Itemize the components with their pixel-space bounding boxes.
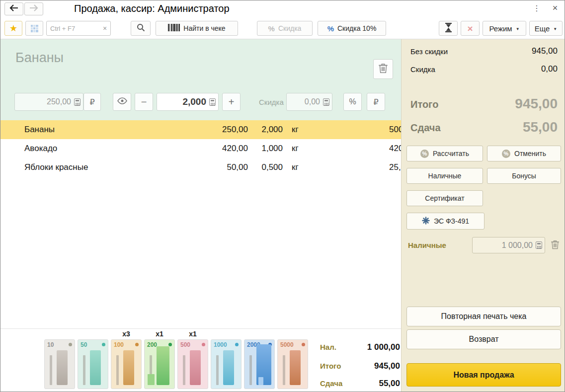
cancel-calc-label: Отменить: [514, 150, 546, 157]
note-dot: [135, 343, 139, 346]
change-row: Сдача 55,00: [314, 379, 400, 389]
banknote-10-button[interactable]: 10: [44, 339, 75, 389]
note-value: 200: [147, 341, 157, 348]
table-row[interactable]: Авокадо 420,00 1,000 кг 420,00: [0, 139, 401, 158]
delete-line-button[interactable]: [373, 59, 393, 79]
change-due-row: Сдача 55,00: [402, 122, 565, 133]
banknote-5000-button[interactable]: 5000: [277, 339, 308, 389]
no-discount-row: Без скидки 945,00: [402, 47, 565, 58]
note-dot: [168, 343, 172, 346]
note-dot: [235, 343, 239, 346]
percent-circle-icon: %: [502, 150, 510, 158]
item-sum: 420,00: [389, 144, 401, 154]
arrow-right-icon: [29, 4, 38, 13]
no-discount-label: Без скидки: [410, 47, 448, 56]
quantity-decrease-button[interactable]: −: [135, 93, 153, 111]
search-button[interactable]: [131, 21, 151, 36]
new-sale-button[interactable]: Новая продажа: [406, 363, 561, 387]
price-currency-button[interactable]: ₽: [83, 93, 101, 111]
table-row[interactable]: Бананы 250,00 2,000 кг 500,00: [0, 120, 401, 139]
note-dot: [69, 343, 72, 346]
change-due-value: 55,00: [523, 119, 558, 135]
cancel-receipt-button[interactable]: ×: [461, 21, 480, 36]
banknote-1000-button[interactable]: 1000: [211, 339, 242, 389]
no-discount-value: 945,00: [532, 46, 558, 56]
total-row: Итого 945,00: [314, 362, 400, 372]
reprint-receipt-label: Повторная печать чека: [441, 312, 527, 321]
calculate-label: Рассчитать: [433, 150, 469, 157]
clear-search-icon[interactable]: ×: [99, 24, 110, 32]
window-menu-icon[interactable]: ⋮: [531, 3, 542, 13]
price-field[interactable]: 250,00: [14, 93, 83, 111]
favorites-button[interactable]: ★: [4, 21, 22, 36]
find-in-receipt-button[interactable]: Найти в чеке: [156, 21, 238, 36]
forward-button[interactable]: [24, 2, 43, 15]
es-fz491-label: ЭС ФЗ-491: [434, 217, 469, 225]
cash-label: Нал.: [320, 343, 336, 351]
discount-value: 0,00: [541, 64, 558, 74]
cancel-calc-button[interactable]: % Отменить: [487, 146, 561, 161]
refund-button[interactable]: Возврат: [406, 329, 561, 349]
search-input[interactable]: [47, 25, 99, 32]
trash-icon: [378, 63, 388, 76]
chevron-down-icon: ▼: [516, 27, 520, 31]
back-button[interactable]: [4, 2, 23, 15]
item-qty: 0,500: [249, 162, 283, 172]
banknote-500-button[interactable]: 500: [177, 339, 208, 389]
banknote-100-button[interactable]: 100: [111, 339, 142, 389]
more-menu-button[interactable]: Еще ▼: [529, 21, 563, 36]
es-fz491-button[interactable]: ЭС ФЗ-491: [406, 213, 484, 230]
mode-menu-button[interactable]: Режим ▼: [483, 21, 526, 36]
total-value: 945,00: [374, 361, 400, 371]
total-label: Итого: [320, 362, 341, 370]
selected-product-name: Бананы: [15, 50, 64, 66]
percent-icon: %: [268, 24, 275, 33]
calculator-icon[interactable]: [209, 98, 216, 106]
discount-label: Скидка: [278, 24, 301, 32]
window-close-icon[interactable]: ×: [549, 3, 561, 13]
banknote-200-button[interactable]: 200: [144, 339, 175, 389]
note-value: 1000: [214, 341, 227, 348]
table-row[interactable]: Яблоки красные 50,00 0,500 кг 25,00: [0, 158, 401, 177]
bonuses-button[interactable]: Бонусы: [487, 168, 561, 184]
hourglass-icon: [445, 23, 452, 34]
discount-ruble-button[interactable]: ₽: [367, 93, 385, 111]
view-product-button[interactable]: [113, 93, 131, 111]
postpone-receipt-button[interactable]: [439, 21, 458, 36]
cash-input-field[interactable]: 1 000,00: [472, 237, 545, 253]
discount-10-button[interactable]: % Скидка 10%: [318, 21, 386, 36]
clear-cash-button[interactable]: [549, 239, 562, 252]
item-unit: кг: [292, 125, 299, 135]
quantity-field[interactable]: 2,000: [157, 93, 219, 111]
banknote-2000-button[interactable]: 2000: [244, 339, 275, 389]
search-input-wrap: ×: [46, 21, 111, 36]
note-value: 50: [81, 341, 87, 348]
discount-percent-button[interactable]: %: [343, 93, 362, 111]
cash-input-value: 1 000,00: [477, 241, 536, 250]
item-price: 50,00: [189, 162, 248, 172]
starburst-icon: [422, 217, 430, 226]
certificate-button[interactable]: Сертификат: [406, 190, 483, 206]
discount-button-disabled[interactable]: % Скидка: [257, 21, 313, 36]
quick-menu-button[interactable]: [25, 21, 43, 36]
chevron-down-icon: ▼: [553, 27, 557, 31]
calculator-icon[interactable]: [323, 98, 329, 106]
calculate-button[interactable]: % Рассчитать: [406, 146, 483, 161]
line-discount-field[interactable]: 0,00: [286, 93, 332, 111]
calculator-icon[interactable]: [74, 98, 81, 106]
percent-circle-icon: %: [420, 150, 429, 158]
quantity-increase-button[interactable]: +: [222, 93, 241, 111]
banknote-50-button[interactable]: 50: [78, 339, 108, 389]
new-sale-label: Новая продажа: [453, 371, 514, 380]
item-name: Яблоки красные: [24, 162, 88, 172]
pay-cash-button[interactable]: Наличные: [406, 168, 483, 184]
calculator-icon[interactable]: [536, 241, 542, 249]
refund-label: Возврат: [469, 335, 499, 344]
discount-10-label: Скидка 10%: [337, 24, 376, 32]
payment-panel: Без скидки 945,00 Скидка 0,00 Итого 945,…: [401, 39, 565, 392]
receipt-items-table: Бананы 250,00 2,000 кг 500,00 Авокадо 42…: [0, 120, 401, 328]
reprint-receipt-button[interactable]: Повторная печать чека: [406, 307, 561, 326]
magnifier-icon: [137, 23, 145, 33]
item-qty: 1,000: [249, 144, 283, 154]
change-label: Сдача: [320, 379, 342, 388]
